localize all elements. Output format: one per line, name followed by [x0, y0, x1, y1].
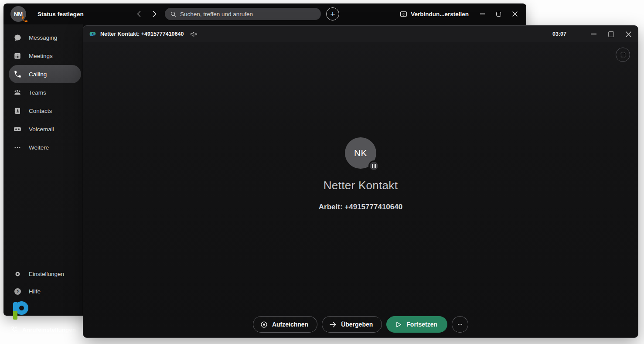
sidebar-item-label: Teams: [29, 89, 46, 96]
sidebar-item-messaging[interactable]: Messaging: [9, 28, 81, 47]
call-window: Netter Kontakt: +4915777410640 03:07 NK …: [83, 25, 638, 338]
brand-logo-row: [13, 300, 83, 321]
connect-device-icon: [400, 11, 407, 17]
phone-settings-icon: [10, 326, 18, 334]
contact-avatar: NK: [345, 137, 376, 169]
call-maximize-button[interactable]: [602, 26, 620, 42]
transfer-label: Übergeben: [341, 321, 373, 328]
close-button[interactable]: [507, 3, 523, 24]
gear-icon: [13, 269, 22, 278]
speaker-icon[interactable]: [190, 31, 198, 37]
on-hold-badge: [368, 160, 379, 171]
sidebar-item-contacts[interactable]: Contacts: [9, 102, 81, 120]
sidebar-item-calling[interactable]: Calling: [9, 65, 81, 83]
sidebar-item-label: Calling: [29, 71, 47, 78]
placetel-logo: [13, 301, 29, 320]
chat-icon: [13, 33, 22, 42]
svg-text:?: ?: [16, 289, 19, 293]
record-label: Aufzeichnen: [272, 321, 308, 328]
sidebar-item-label: Messaging: [29, 34, 57, 41]
contact-number: Arbeit: +4915777410640: [83, 203, 638, 211]
sidebar: Messaging Meetings Calling Teams: [3, 24, 83, 316]
add-button[interactable]: +: [326, 7, 339, 20]
contact-name: Netter Kontakt: [83, 179, 638, 192]
sidebar-item-meetings[interactable]: Meetings: [9, 47, 81, 65]
call-window-controls: 03:07: [546, 26, 637, 42]
sidebar-bottom: Einstellungen ? Hilfe Anrufeinstellungen: [3, 265, 83, 338]
call-settings-label: Anrufeinstellungen: [22, 327, 76, 333]
connect-to-device-button[interactable]: Verbindun...erstellen: [400, 3, 469, 24]
sidebar-item-label: Weitere: [29, 144, 49, 151]
sidebar-item-label: Contacts: [29, 108, 52, 114]
sidebar-item-settings[interactable]: Einstellungen: [9, 265, 81, 283]
call-titlebar: Netter Kontakt: +4915777410640 03:07: [83, 26, 638, 42]
people-icon: [13, 88, 22, 97]
calendar-icon: [13, 51, 22, 60]
sidebar-item-label: Hilfe: [29, 288, 41, 295]
address-book-icon: [13, 106, 22, 115]
play-icon: [394, 320, 402, 329]
arrow-right-icon: [329, 320, 337, 329]
phone-icon: [13, 70, 22, 78]
sidebar-item-label: Voicemail: [29, 126, 54, 133]
search-icon: [170, 11, 177, 17]
sidebar-item-label: Meetings: [29, 53, 53, 59]
record-icon: [260, 320, 268, 329]
search-bar[interactable]: [165, 8, 321, 20]
ellipsis-icon: [13, 143, 22, 152]
minimize-button[interactable]: [474, 3, 491, 24]
maximize-button[interactable]: [491, 3, 507, 24]
call-close-button[interactable]: [620, 26, 637, 42]
on-call-status-icon: [21, 16, 28, 23]
webex-logo-icon: [89, 30, 97, 38]
sidebar-nav: Messaging Meetings Calling Teams: [3, 24, 83, 157]
sidebar-item-voicemail[interactable]: Voicemail: [9, 120, 81, 138]
contact-avatar-initials: NK: [354, 148, 367, 158]
record-button[interactable]: Aufzeichnen: [253, 316, 317, 333]
transfer-button[interactable]: Übergeben: [322, 316, 382, 333]
set-status-button[interactable]: Status festlegen: [37, 3, 84, 24]
main-window-controls: [474, 3, 523, 24]
more-options-button[interactable]: [452, 316, 468, 333]
call-minimize-button[interactable]: [585, 26, 602, 42]
sidebar-item-teams[interactable]: Teams: [9, 83, 81, 102]
sidebar-item-more[interactable]: Weitere: [9, 138, 81, 157]
main-titlebar: NM Status festlegen + Verbindun...erstel…: [3, 3, 526, 24]
help-icon: ?: [13, 287, 22, 296]
call-timer: 03:07: [546, 31, 572, 37]
fullscreen-icon: [620, 52, 626, 58]
call-window-title: Netter Kontakt: +4915777410640: [100, 31, 184, 37]
fullscreen-button[interactable]: [616, 48, 630, 62]
sidebar-item-label: Einstellungen: [29, 271, 64, 277]
call-settings-button[interactable]: Anrufeinstellungen: [3, 321, 83, 338]
resume-button[interactable]: Fortsetzen: [386, 316, 447, 333]
more-options-icon: [457, 321, 463, 328]
search-input[interactable]: [180, 11, 316, 17]
sidebar-item-help[interactable]: ? Hilfe: [9, 283, 81, 300]
connect-to-device-label: Verbindun...erstellen: [411, 11, 469, 17]
nav-back-button[interactable]: [134, 3, 143, 24]
user-avatar[interactable]: NM: [10, 6, 26, 22]
resume-label: Fortsetzen: [406, 321, 437, 328]
voicemail-icon: [13, 125, 22, 133]
call-control-bar: Aufzeichnen Übergeben Fortsetzen: [83, 316, 638, 333]
nav-forward-button[interactable]: [150, 3, 159, 24]
